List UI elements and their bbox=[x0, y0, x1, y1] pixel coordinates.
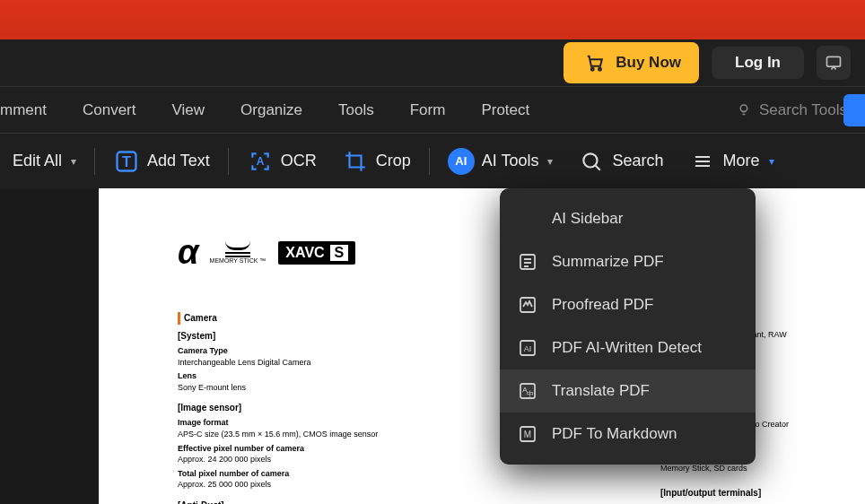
menu-tools[interactable]: Tools bbox=[320, 87, 392, 133]
menu-bar: mment Convert View Organize Tools Form P… bbox=[0, 86, 865, 133]
ai-tools-label: AI Tools bbox=[482, 152, 539, 170]
detect-label: PDF AI-Written Detect bbox=[552, 339, 702, 357]
translate-icon: A中 bbox=[516, 379, 539, 403]
edit-all-label: Edit All bbox=[13, 152, 62, 170]
edit-all-button[interactable]: Edit All ▾ bbox=[0, 134, 89, 188]
summarize-label: Summarize PDF bbox=[552, 253, 664, 271]
side-panel-tab[interactable] bbox=[843, 94, 865, 126]
proofread-label: Proofread PDF bbox=[552, 296, 653, 314]
buy-now-label: Buy Now bbox=[616, 54, 681, 72]
cart-icon bbox=[581, 49, 608, 76]
markdown-label: PDF To Markdown bbox=[552, 425, 677, 443]
hamburger-icon bbox=[689, 148, 716, 175]
ai-sidebar-item[interactable]: AI Sidebar bbox=[500, 197, 756, 240]
more-button[interactable]: More ▾ bbox=[677, 134, 787, 188]
section-camera: Camera bbox=[178, 312, 429, 325]
search-icon bbox=[578, 148, 605, 175]
svg-point-3 bbox=[740, 105, 747, 112]
separator bbox=[228, 148, 229, 175]
svg-point-1 bbox=[599, 68, 601, 71]
top-bar: Buy Now Log In bbox=[0, 39, 865, 86]
search-label: Search bbox=[612, 152, 663, 170]
bulb-icon bbox=[736, 102, 752, 118]
alpha-logo: α bbox=[178, 233, 197, 272]
logo-row: α MEMORY STICK ™ XAVCS bbox=[178, 233, 355, 272]
ocr-label: OCR bbox=[281, 152, 317, 170]
ocr-icon: A bbox=[247, 148, 274, 175]
crop-icon bbox=[342, 148, 369, 175]
more-label: More bbox=[723, 152, 760, 170]
xavc-s-logo: XAVCS bbox=[278, 241, 355, 265]
search-button[interactable]: Search bbox=[565, 134, 676, 188]
separator bbox=[429, 148, 430, 175]
summarize-icon bbox=[516, 250, 539, 274]
menu-view[interactable]: View bbox=[154, 87, 223, 133]
svg-point-7 bbox=[584, 153, 598, 167]
buy-now-button[interactable]: Buy Now bbox=[564, 42, 699, 83]
ai-icon: AI bbox=[448, 148, 475, 175]
svg-text:M: M bbox=[524, 430, 531, 439]
detect-icon: AI bbox=[516, 336, 539, 360]
ai-tools-button[interactable]: AI AI Tools ▾ bbox=[435, 134, 566, 188]
add-text-label: Add Text bbox=[147, 152, 210, 170]
ai-tools-dropdown: AI Sidebar Summarize PDF Proofread PDF A… bbox=[500, 188, 756, 465]
markdown-icon: M bbox=[516, 422, 539, 446]
svg-point-0 bbox=[591, 68, 594, 71]
svg-text:中: 中 bbox=[527, 390, 534, 398]
ocr-button[interactable]: A OCR bbox=[234, 134, 329, 188]
search-tools-placeholder: Search Tools bbox=[759, 101, 847, 119]
svg-rect-2 bbox=[827, 56, 841, 66]
translate-label: Translate PDF bbox=[552, 382, 650, 400]
menu-organize[interactable]: Organize bbox=[223, 87, 320, 133]
svg-text:T: T bbox=[122, 152, 131, 169]
translate-pdf-item[interactable]: A中 Translate PDF bbox=[500, 369, 756, 413]
chevron-down-icon: ▾ bbox=[769, 155, 774, 168]
menu-comment[interactable]: mment bbox=[0, 87, 65, 133]
summarize-pdf-item[interactable]: Summarize PDF bbox=[500, 240, 756, 283]
proofread-icon bbox=[516, 293, 539, 317]
menu-convert[interactable]: Convert bbox=[65, 87, 154, 133]
chevron-down-icon: ▾ bbox=[547, 155, 553, 168]
toolbar: Edit All ▾ T Add Text A OCR Crop AI AI T… bbox=[0, 133, 865, 188]
title-bar bbox=[0, 0, 865, 39]
proofread-pdf-item[interactable]: Proofread PDF bbox=[500, 283, 756, 326]
pdf-to-markdown-item[interactable]: M PDF To Markdown bbox=[500, 413, 756, 456]
memorystick-logo: MEMORY STICK ™ bbox=[210, 241, 266, 264]
ai-detect-item[interactable]: AI PDF AI-Written Detect bbox=[500, 326, 756, 369]
add-text-button[interactable]: T Add Text bbox=[100, 134, 223, 188]
blank-icon bbox=[516, 207, 539, 230]
menu-protect[interactable]: Protect bbox=[463, 87, 547, 133]
menu-form[interactable]: Form bbox=[392, 87, 464, 133]
chevron-down-icon: ▾ bbox=[71, 155, 76, 168]
svg-text:AI: AI bbox=[524, 344, 532, 353]
add-text-icon: T bbox=[113, 148, 140, 175]
svg-text:A: A bbox=[256, 155, 264, 168]
crop-button[interactable]: Crop bbox=[329, 134, 424, 188]
crop-label: Crop bbox=[376, 152, 411, 170]
feedback-button[interactable] bbox=[817, 46, 851, 80]
spec-column-left: Camera [System] Camera Type Interchangea… bbox=[178, 308, 429, 504]
log-in-button[interactable]: Log In bbox=[712, 47, 804, 79]
ai-sidebar-label: AI Sidebar bbox=[552, 210, 623, 228]
separator bbox=[94, 148, 95, 175]
